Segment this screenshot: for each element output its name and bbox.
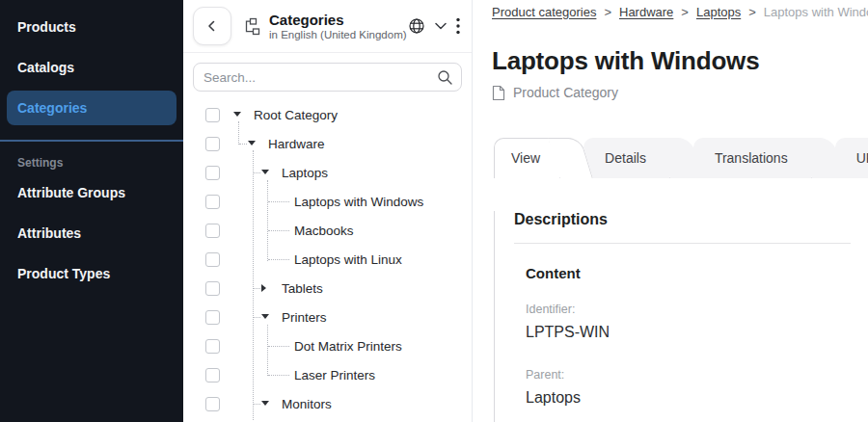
caret-down-icon[interactable] (261, 170, 269, 174)
breadcrumb-link-product-categories[interactable]: Product categories (492, 5, 596, 19)
checkbox[interactable] (205, 310, 220, 325)
checkbox[interactable] (205, 368, 220, 382)
sidebar-item-attributes[interactable]: Attributes (7, 216, 176, 251)
breadcrumb-link-hardware[interactable]: Hardware (619, 5, 673, 19)
caret-down-icon[interactable] (248, 141, 256, 145)
panel-header-actions (408, 17, 460, 35)
caret-down-icon[interactable] (233, 112, 241, 117)
category-tree-icon (243, 17, 261, 36)
search-box (193, 63, 462, 92)
tree-item-macbooks[interactable]: Macbooks (183, 217, 472, 246)
checkbox[interactable] (205, 281, 220, 296)
globe-icon (408, 17, 425, 35)
section-divider (514, 243, 851, 244)
tree-item-dot-matrix-printers[interactable]: Dot Matrix Printers (183, 332, 472, 361)
tree-item-laptops-with-windows[interactable]: Laptops with Windows (183, 188, 472, 217)
field-value-parent: Laptops (526, 389, 868, 407)
tree-item-laser-printers[interactable]: Laser Printers (183, 361, 472, 390)
breadcrumb-link-laptops[interactable]: Laptops (696, 5, 741, 19)
checkbox[interactable] (205, 224, 220, 238)
checkbox[interactable] (205, 252, 220, 267)
breadcrumb: Product categories > Hardware > Laptops … (492, 4, 868, 19)
category-detail-pane: Product categories > Hardware > Laptops … (473, 0, 868, 422)
sidebar-item-attribute-groups[interactable]: Attribute Groups (7, 175, 176, 210)
search-input[interactable] (193, 63, 462, 92)
sidebar-item-label: Catalogs (17, 60, 74, 75)
breadcrumb-separator: > (681, 5, 689, 19)
section-heading-descriptions: Descriptions (514, 211, 868, 228)
sidebar-item-products[interactable]: Products (7, 10, 176, 44)
breadcrumb-separator: > (748, 5, 756, 19)
search-icon (437, 69, 453, 90)
sidebar-divider (0, 140, 183, 142)
sidebar-section-settings: Settings (17, 155, 183, 171)
tab-view[interactable]: View (494, 138, 581, 178)
tab-url[interactable]: URL (835, 138, 868, 178)
sidebar: Products Catalogs Categories Settings At… (0, 0, 183, 422)
checkbox[interactable] (205, 397, 220, 411)
checkbox[interactable] (205, 166, 220, 180)
checkbox[interactable] (205, 137, 220, 151)
sidebar-item-label: Attributes (17, 225, 81, 241)
category-tree: Root Category Hardware Laptops Laptops w… (183, 101, 472, 419)
panel-locale-subtitle: in English (United Kingdom) (269, 28, 408, 41)
app-window: Products Catalogs Categories Settings At… (0, 0, 868, 422)
caret-right-icon[interactable] (261, 284, 266, 292)
tree-item-root-category[interactable]: Root Category (183, 101, 472, 130)
entity-type-label: Product Category (513, 85, 618, 100)
panel-header: Categories in English (United Kingdom) (183, 0, 472, 53)
caret-down-icon[interactable] (261, 401, 269, 406)
field-label-identifier: Identifier: (526, 303, 868, 316)
sidebar-item-categories[interactable]: Categories (7, 91, 176, 125)
field-label-parent: Parent: (526, 368, 868, 382)
sidebar-item-label: Categories (17, 100, 87, 116)
tab-translations[interactable]: Translations (693, 138, 832, 178)
tab-details[interactable]: Details (583, 138, 691, 178)
detail-card: View Details Translations URL Descriptio… (494, 138, 868, 422)
document-icon (492, 85, 505, 101)
sidebar-item-label: Attribute Groups (17, 185, 125, 200)
panel-title: Categories (269, 12, 408, 28)
entity-type-row: Product Category (492, 84, 868, 101)
breadcrumb-current: Laptops with Windows (764, 5, 868, 19)
breadcrumb-separator: > (604, 5, 611, 19)
sidebar-item-label: Product Types (17, 266, 110, 281)
tab-content-view: Descriptions Content Identifier: LPTPS-W… (494, 211, 868, 422)
tree-item-printers[interactable]: Printers (183, 303, 472, 332)
panel-more-button[interactable] (456, 17, 460, 35)
back-button[interactable] (193, 7, 231, 45)
checkbox[interactable] (205, 195, 220, 209)
panel-title-block: Categories in English (United Kingdom) (269, 12, 408, 41)
locale-dropdown-button[interactable] (435, 22, 447, 30)
caret-down-icon[interactable] (261, 314, 269, 319)
tree-item-laptops-with-linux[interactable]: Laptops with Linux (183, 246, 472, 275)
tab-bar: View Details Translations URL (494, 138, 868, 178)
page-title: Laptops with Windows (492, 46, 868, 75)
tree-item-tablets[interactable]: Tablets (183, 275, 472, 303)
category-tree-panel: Categories in English (United Kingdom) (183, 0, 473, 422)
tree-item-hardware[interactable]: Hardware (183, 130, 472, 159)
sidebar-item-catalogs[interactable]: Catalogs (7, 50, 176, 85)
group-heading-content: Content (526, 265, 868, 281)
sidebar-item-label: Products (17, 19, 76, 35)
tree-item-laptops[interactable]: Laptops (183, 159, 472, 188)
kebab-menu-icon (456, 17, 460, 35)
checkbox[interactable] (205, 108, 220, 122)
locale-globe-button[interactable] (408, 17, 425, 35)
chevron-left-icon (204, 18, 220, 34)
sidebar-item-product-types[interactable]: Product Types (7, 256, 176, 291)
tree-item-monitors[interactable]: Monitors (183, 390, 472, 419)
checkbox[interactable] (205, 339, 220, 354)
field-value-identifier: LPTPS-WIN (526, 324, 868, 341)
chevron-down-icon (435, 22, 447, 30)
